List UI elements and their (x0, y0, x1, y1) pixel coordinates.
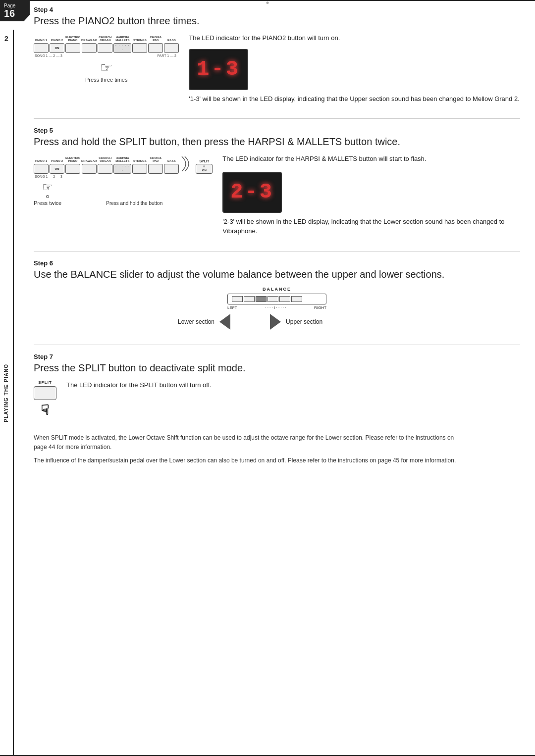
press-twice-label: Press twice (34, 200, 61, 206)
step5-body: PIANO 1 PIANO 2 ELECTRICPIANO DRAWBAR (34, 154, 520, 236)
balance-section: BALANCE LEFT · · · · I · · · · · RIGHT (217, 287, 336, 310)
step5-press-row: ☞ Press twice Press and hold the button (34, 180, 213, 206)
step5-section: Step 5 Press and hold the SPLIT button, … (34, 127, 520, 236)
step5-label: Step 5 (34, 127, 520, 134)
s5-bass-btn: BASS (164, 154, 179, 174)
s5-harpsi-btn: HARPSI&MALLETS · · · · · · (113, 154, 131, 174)
right-label: RIGHT (314, 305, 326, 310)
seg3 (256, 296, 267, 302)
bass-btn: BASS (164, 33, 179, 53)
step4-label: Step 4 (34, 6, 520, 13)
s5-church-btn: CHURCHORGAN (98, 154, 112, 174)
balance-slider-container (227, 294, 326, 304)
step5-diagram: PIANO 1 PIANO 2 ELECTRICPIANO DRAWBAR (34, 154, 213, 206)
step7-split-label: SPLIT (38, 380, 52, 385)
seg2 (244, 296, 255, 302)
footer-notes: When SPLIT mode is activated, the Lower … (34, 433, 460, 466)
split-on-text: ON (202, 169, 207, 172)
harpsi-mallets-btn: HARPSI&MALLETS · · · · · · (113, 33, 131, 53)
electric-piano-btn: ELECTRICPIANO (65, 33, 80, 53)
page-number: 16 (4, 8, 26, 18)
split-label: SPLIT (199, 159, 209, 163)
s5-piano2-btn: PIANO 2 (50, 154, 64, 174)
step4-desc2: '1-3' will be shown in the LED display, … (189, 94, 520, 104)
s5-choir-btn: CHOIR&PAD (148, 154, 163, 174)
balance-slider-track (232, 296, 322, 302)
seg1 (232, 296, 243, 302)
s5-strings-btn: STRINGS (132, 154, 147, 174)
balance-title: BALANCE (263, 287, 291, 292)
sidebar: 2 PLAYING THE PIANO (0, 30, 14, 756)
step4-descriptions: The LED indicator for the PIANO2 button … (189, 33, 520, 103)
main-content: Step 4 Press the PIANO2 button three tim… (24, 0, 535, 480)
hand-icon4: ☞ (100, 59, 112, 76)
page-tab: Page 16 (0, 0, 30, 21)
sidebar-number: 2 (4, 35, 8, 43)
step6-diagram: BALANCE LEFT · · · · I · · · · · RIGHT (34, 287, 520, 330)
press-three-times-label: Press three times (85, 77, 128, 83)
step4-led-text: 1-3 (197, 54, 240, 85)
step4-desc1: The LED indicator for the PIANO2 button … (189, 33, 520, 43)
step5-desc1: The LED indicator for the HARPSI & MALLE… (222, 154, 520, 164)
step6-section: Step 6 Use the BALANCE slider to adjust … (34, 259, 520, 330)
song-row5: SONG 1 — 2 — 3 (34, 175, 213, 178)
upper-section-label: Upper section (286, 318, 322, 325)
step4-body: PIANO 1 PIANO 2 ELECTRICPIANO (34, 33, 520, 103)
piano1-btn: PIANO 1 (34, 33, 49, 53)
press-hold-item: Press and hold the button (106, 200, 162, 206)
sidebar-text: PLAYING THE PIANO (3, 364, 9, 422)
step4-press: ☞ Press three times (34, 59, 179, 83)
footer-note2: The influence of the damper/sustain peda… (34, 456, 460, 465)
step5-led-text: 2-3 (230, 177, 274, 208)
step5-led-display: 2-3 (222, 172, 282, 213)
step4-section: Step 4 Press the PIANO2 button three tim… (34, 6, 520, 103)
arrow-left-icon (219, 314, 230, 330)
split-btn-group: SPLIT ON (196, 159, 213, 174)
split-led-dot (203, 165, 205, 167)
seg5 (279, 296, 290, 302)
step4-led-row: 1-3 (189, 49, 520, 90)
step5-desc2: '2-3' will be shown in the LED display, … (222, 217, 520, 236)
step6-label: Step 6 (34, 259, 520, 267)
step5-descriptions: The LED indicator for the HARPSI & MALLE… (222, 154, 520, 236)
s5-piano1-btn: PIANO 1 (34, 154, 49, 174)
step7-split-box (34, 386, 56, 400)
split-led7 (267, 1, 269, 4)
circle-indicator (46, 195, 49, 198)
arrow-right-icon (270, 314, 281, 330)
dots-label: · · · · I · · · · · (265, 305, 286, 310)
press-hold-label: Press and hold the button (106, 201, 162, 206)
step4-diagram: PIANO 1 PIANO 2 ELECTRICPIANO (34, 33, 179, 83)
hand-down-icon: ☟ (41, 402, 50, 418)
hand-icon5a: ☞ (42, 180, 53, 194)
strings-btn: STRINGS (132, 33, 147, 53)
step4-led-display: 1-3 (189, 49, 248, 90)
left-label: LEFT (227, 305, 237, 310)
step4-keyboard: PIANO 1 PIANO 2 ELECTRICPIANO (34, 33, 179, 53)
lower-section-label: Lower section (178, 318, 214, 325)
step4-title: Press the PIANO2 button three times. (34, 14, 520, 27)
s5-electric-btn: ELECTRICPIANO (65, 154, 80, 174)
balance-section-row: Lower section Upper section (178, 314, 376, 330)
step7-label: Step 7 (34, 353, 520, 360)
step7-section: Step 7 Press the SPLIT button to deactiv… (34, 353, 520, 418)
step7-split-btn: SPLIT ☟ (34, 380, 56, 418)
step7-diagram: SPLIT ☟ (34, 380, 56, 418)
choir-pad-btn: CHOIR&PAD (148, 33, 163, 53)
split-btn-box: ON (196, 164, 213, 174)
step5-keyboard: PIANO 1 PIANO 2 ELECTRICPIANO DRAWBAR (34, 154, 213, 174)
step5-led-row: 2-3 (222, 172, 520, 213)
drawbar-btn: DRAWBAR (81, 33, 97, 53)
step7-body: SPLIT ☟ The LED indicator for the SPLIT … (34, 380, 520, 418)
piano2-btn: PIANO 2 (50, 33, 64, 53)
curved-lines-icon (181, 154, 191, 174)
press-twice-item: ☞ Press twice (34, 180, 61, 206)
seg6 (291, 296, 302, 302)
step7-title: Press the SPLIT button to deactivate spl… (34, 361, 520, 374)
step6-title: Use the BALANCE slider to adjust the vol… (34, 268, 520, 281)
step7-description: The LED indicator for the SPLIT button w… (66, 380, 520, 390)
song-part-row4: SONG 1 — 2 — 3 PART 1 — 2 (34, 54, 177, 57)
footer-note1: When SPLIT mode is activated, the Lower … (34, 433, 460, 452)
s5-drawbar-btn: DRAWBAR (81, 154, 97, 174)
balance-labels: LEFT · · · · I · · · · · RIGHT (227, 305, 326, 310)
